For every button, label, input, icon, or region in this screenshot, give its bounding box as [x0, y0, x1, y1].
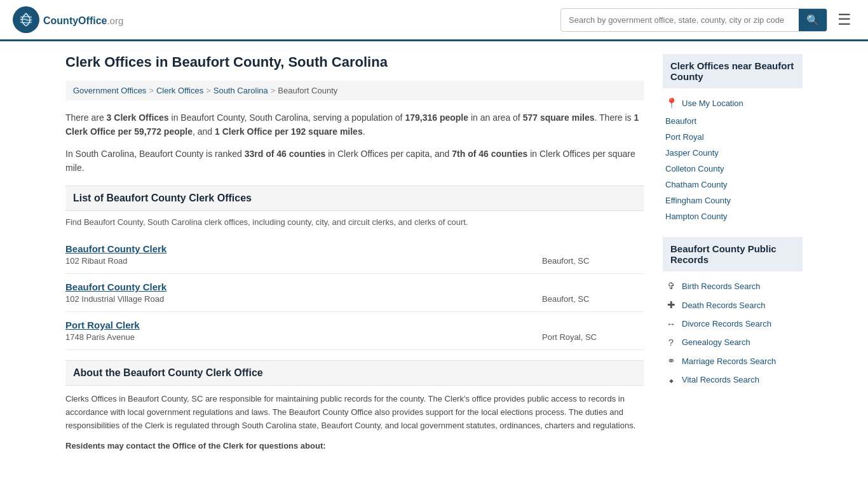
vital-records-icon: ⬥: [665, 374, 677, 385]
records-divorce: ↔ Divorce Records Search: [663, 315, 803, 333]
genealogy-search-link[interactable]: Genealogy Search: [682, 337, 750, 347]
use-location-link[interactable]: Use My Location: [682, 98, 743, 108]
nearby-chatham-county-link[interactable]: Chatham County: [665, 180, 728, 189]
breadcrumb-beaufort-county: Beaufort County: [278, 86, 337, 95]
marriage-records-link[interactable]: Marriage Records Search: [682, 356, 776, 366]
page-title: Clerk Offices in Beaufort County, South …: [65, 54, 644, 71]
nearby-colleton-county-link[interactable]: Colleton County: [665, 164, 724, 173]
logo-icon: [13, 6, 39, 33]
find-description: Find Beaufort County, South Carolina cle…: [65, 217, 644, 227]
clerk-2-address: 102 Industrial Village Road: [65, 294, 542, 304]
clerk-3-name-link[interactable]: Port Royal Clerk: [65, 320, 140, 330]
clerk-entry-2: Beaufort County Clerk 102 Industrial Vil…: [65, 274, 644, 312]
sidebar-records-section: Beaufort County Public Records ✞ Birth R…: [663, 237, 803, 389]
death-records-icon: ✚: [665, 299, 677, 311]
clerk-list: Beaufort County Clerk 102 Ribaut Road Be…: [65, 236, 644, 350]
nearby-port-royal-link[interactable]: Port Royal: [665, 132, 704, 142]
about-text: Clerks Offices in Beaufort County, SC ar…: [65, 392, 644, 433]
breadcrumb-south-carolina[interactable]: South Carolina: [214, 86, 268, 95]
marriage-records-icon: ⚭: [665, 355, 677, 367]
records-birth: ✞ Birth Records Search: [663, 276, 803, 295]
sidebar-link-hampton-county: Hampton County: [663, 208, 803, 224]
clerk-entry-3-info: Port Royal Clerk 1748 Paris Avenue: [65, 320, 542, 342]
sidebar-link-beaufort: Beaufort: [663, 113, 803, 129]
search-button[interactable]: 🔍: [799, 9, 827, 31]
sidebar-link-colleton-county: Colleton County: [663, 161, 803, 177]
location-dot-icon: 📍: [665, 97, 678, 109]
records-vital: ⬥ Vital Records Search: [663, 370, 803, 389]
birth-records-icon: ✞: [665, 280, 677, 292]
content-area: Clerk Offices in Beaufort County, South …: [65, 54, 644, 459]
death-records-link[interactable]: Death Records Search: [682, 301, 766, 310]
page-header: CountyOffice.org 🔍 ☰: [0, 0, 868, 41]
sidebar-link-chatham-county: Chatham County: [663, 177, 803, 193]
clerk-entry-3: Port Royal Clerk 1748 Paris Avenue Port …: [65, 312, 644, 350]
breadcrumb-clerk-offices[interactable]: Clerk Offices: [156, 86, 203, 95]
nearby-hampton-county-link[interactable]: Hampton County: [665, 212, 728, 221]
about-contact-bold: Residents may contact the Office of the …: [65, 439, 644, 452]
search-bar: 🔍: [560, 8, 827, 32]
nearby-jasper-county-link[interactable]: Jasper County: [665, 148, 719, 158]
records-genealogy: ? Genealogy Search: [663, 333, 803, 351]
clerk-3-address: 1748 Paris Avenue: [65, 332, 542, 342]
search-input[interactable]: [561, 10, 799, 30]
clerk-entry-1-info: Beaufort County Clerk 102 Ribaut Road: [65, 243, 542, 266]
clerk-2-city: Beaufort, SC: [542, 281, 644, 304]
menu-icon[interactable]: ☰: [834, 7, 855, 32]
main-container: Clerk Offices in Beaufort County, South …: [53, 41, 815, 471]
clerk-1-city: Beaufort, SC: [542, 243, 644, 266]
records-marriage: ⚭ Marriage Records Search: [663, 351, 803, 370]
clerk-3-city: Port Royal, SC: [542, 320, 644, 342]
vital-records-link[interactable]: Vital Records Search: [682, 375, 759, 384]
genealogy-icon: ?: [665, 337, 677, 348]
records-death: ✚ Death Records Search: [663, 295, 803, 315]
logo-area: CountyOffice.org: [13, 6, 123, 33]
logo-text: CountyOffice.org: [43, 13, 123, 27]
summary-paragraph-2: In South Carolina, Beaufort County is ra…: [65, 147, 644, 175]
nearby-beaufort-link[interactable]: Beaufort: [665, 116, 696, 126]
birth-records-link[interactable]: Birth Records Search: [682, 281, 761, 291]
breadcrumb: Government Offices > Clerk Offices > Sou…: [65, 81, 644, 100]
summary-paragraph-1: There are 3 Clerk Offices in Beaufort Co…: [65, 111, 644, 139]
sidebar: Clerk Offices near Beaufort County 📍 Use…: [663, 54, 803, 459]
clerk-entry-1: Beaufort County Clerk 102 Ribaut Road Be…: [65, 236, 644, 274]
nearby-effingham-county-link[interactable]: Effingham County: [665, 196, 731, 205]
clerk-entry-2-info: Beaufort County Clerk 102 Industrial Vil…: [65, 281, 542, 304]
clerk-1-name-link[interactable]: Beaufort County Clerk: [65, 243, 166, 254]
breadcrumb-gov-offices[interactable]: Government Offices: [73, 86, 146, 95]
clerk-1-address: 102 Ribaut Road: [65, 256, 542, 266]
header-right: 🔍 ☰: [560, 7, 855, 32]
sidebar-link-effingham-county: Effingham County: [663, 193, 803, 208]
divorce-records-link[interactable]: Divorce Records Search: [682, 319, 771, 329]
clerk-2-name-link[interactable]: Beaufort County Clerk: [65, 281, 166, 292]
sidebar-link-port-royal: Port Royal: [663, 129, 803, 145]
list-section-header: List of Beaufort County Clerk Offices: [65, 186, 644, 211]
about-section-header: About the Beaufort County Clerk Office: [65, 360, 644, 386]
sidebar-nearby-title: Clerk Offices near Beaufort County: [663, 54, 803, 88]
sidebar-records-title: Beaufort County Public Records: [663, 237, 803, 271]
divorce-records-icon: ↔: [665, 318, 677, 329]
sidebar-link-jasper-county: Jasper County: [663, 145, 803, 161]
sidebar-use-location[interactable]: 📍 Use My Location: [663, 93, 803, 113]
